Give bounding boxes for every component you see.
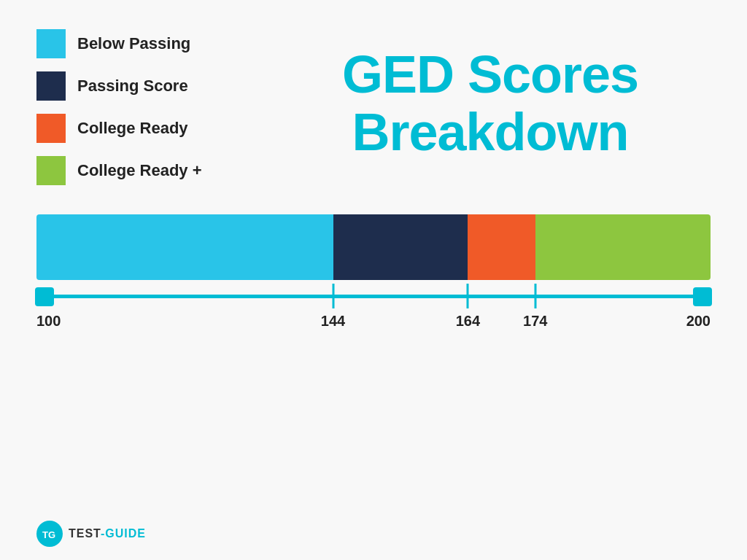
scale-tick-174 [534,284,536,308]
bar-college-ready-plus [535,214,711,280]
legend-item-college-ready-plus: College Ready + [36,156,270,185]
passing-score-swatch [36,71,66,101]
footer: TG TEST-GUIDE [36,521,146,547]
college-ready-plus-label: College Ready + [77,161,202,180]
stacked-bar [36,214,711,280]
below-passing-swatch [36,29,66,58]
scale-endpoint-right [693,287,712,306]
scale-endpoint-left [35,287,54,306]
svg-text:TG: TG [42,529,55,540]
scale-line [36,295,711,298]
scale-label-144: 144 [321,313,345,330]
legend: Below Passing Passing Score College Read… [36,22,270,185]
scale-container: 100 144 164 174 200 [36,280,711,338]
bar-passing-score [333,214,468,280]
footer-brand: TEST-GUIDE [69,527,146,540]
chart-section: 100 144 164 174 200 [36,214,711,338]
college-ready-label: College Ready [77,119,188,138]
scale-label-174: 174 [523,313,547,330]
footer-logo: TG [36,521,63,547]
scale-tick-144 [332,284,334,308]
below-passing-label: Below Passing [77,34,190,53]
legend-item-college-ready: College Ready [36,114,270,143]
legend-item-below-passing: Below Passing [36,29,270,58]
top-section: Below Passing Passing Score College Read… [36,22,711,185]
bar-college-ready [468,214,535,280]
scale-label-164: 164 [456,313,480,330]
scale-tick-164 [467,284,469,308]
scale-label-200: 200 [686,313,711,330]
college-ready-plus-swatch [36,156,66,185]
college-ready-swatch [36,114,66,143]
main-container: Below Passing Passing Score College Read… [0,0,747,560]
legend-item-passing-score: Passing Score [36,71,270,101]
title-section: GED Scores Breakdown [270,22,711,185]
bar-below-passing [36,214,333,280]
page-title: GED Scores Breakdown [342,46,638,161]
scale-label-100: 100 [36,313,61,330]
passing-score-label: Passing Score [77,77,188,96]
logo-icon: TG [39,524,60,544]
